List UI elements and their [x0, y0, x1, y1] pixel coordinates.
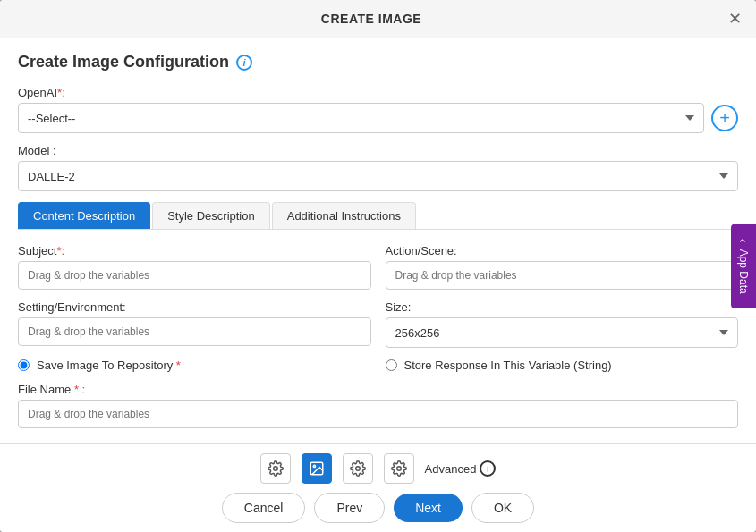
- modal-title: CREATE IMAGE: [14, 12, 728, 26]
- gear-icon-3[interactable]: [384, 453, 414, 484]
- modal-header: CREATE IMAGE ✕: [0, 0, 756, 38]
- tab-content-description[interactable]: Content Description: [18, 202, 150, 229]
- tab-additional-instructions[interactable]: Additional Instructions: [272, 202, 416, 229]
- info-icon[interactable]: i: [236, 55, 252, 71]
- model-select[interactable]: DALLE-2: [18, 161, 738, 191]
- setting-group: Setting/Environment:: [18, 300, 371, 348]
- tabs: Content Description Style Description Ad…: [18, 202, 738, 230]
- save-repo-label: Save Image To Repository *: [37, 359, 181, 372]
- openai-row: OpenAI*: --Select-- +: [18, 86, 738, 133]
- image-icon[interactable]: [302, 453, 332, 484]
- section-title: Create Image Configuration i: [18, 53, 738, 72]
- size-label: Size:: [386, 300, 739, 314]
- subject-input[interactable]: [18, 261, 371, 290]
- store-var-label: Store Response In This Variable (String): [404, 359, 612, 372]
- openai-select[interactable]: --Select--: [18, 103, 704, 133]
- size-select[interactable]: 256x256: [386, 317, 739, 348]
- chevron-left-icon: ‹: [736, 238, 751, 242]
- svg-point-0: [273, 467, 277, 471]
- add-openai-button[interactable]: +: [711, 105, 738, 131]
- svg-point-4: [396, 467, 401, 471]
- setting-label: Setting/Environment:: [18, 300, 371, 314]
- modal-footer: Advanced + Cancel Prev Next OK: [0, 443, 756, 532]
- close-button[interactable]: ✕: [728, 9, 742, 29]
- toolbar-row: Advanced +: [18, 453, 738, 484]
- save-store-row: Save Image To Repository * Store Respons…: [18, 359, 738, 372]
- cancel-button[interactable]: Cancel: [222, 493, 306, 523]
- svg-point-2: [313, 465, 315, 467]
- section-title-text: Create Image Configuration: [18, 53, 229, 72]
- tab-style-description[interactable]: Style Description: [152, 202, 270, 229]
- file-name-input[interactable]: [18, 400, 738, 428]
- app-data-label: App Data: [737, 249, 750, 294]
- advanced-plus-icon: +: [480, 460, 496, 477]
- action-row: Cancel Prev Next OK: [18, 493, 738, 523]
- save-repo-group: Save Image To Repository *: [18, 359, 371, 372]
- store-var-group: Store Response In This Variable (String): [386, 359, 739, 372]
- gear-icon-2[interactable]: [343, 453, 373, 484]
- gear-icon-1[interactable]: [260, 453, 291, 484]
- openai-label: OpenAI*:: [18, 86, 738, 99]
- save-repo-radio[interactable]: [18, 359, 30, 371]
- openai-select-row: --Select-- +: [18, 103, 738, 133]
- app-data-tab[interactable]: ‹ App Data: [731, 224, 756, 308]
- subject-group: Subject*:: [18, 244, 371, 290]
- next-button[interactable]: Next: [394, 494, 463, 522]
- file-name-group: File Name * :: [18, 383, 738, 428]
- svg-point-3: [355, 467, 360, 471]
- size-group: Size: 256x256: [386, 300, 739, 348]
- model-label: Model :: [18, 144, 738, 157]
- action-scene-label: Action/Scene:: [386, 244, 739, 258]
- model-row: Model : DALLE-2: [18, 144, 738, 191]
- ok-button[interactable]: OK: [471, 493, 534, 523]
- action-scene-input[interactable]: [386, 261, 739, 290]
- subject-label: Subject*:: [18, 244, 371, 258]
- modal-body: Create Image Configuration i OpenAI*: --…: [0, 38, 756, 443]
- modal-create-image: CREATE IMAGE ✕ Create Image Configuratio…: [0, 0, 756, 532]
- setting-size-row: Setting/Environment: Size: 256x256: [18, 300, 738, 359]
- advanced-label: Advanced: [425, 462, 477, 476]
- file-name-label: File Name * :: [18, 383, 738, 396]
- advanced-button[interactable]: Advanced +: [425, 460, 497, 477]
- action-scene-group: Action/Scene:: [386, 244, 739, 290]
- prev-button[interactable]: Prev: [314, 493, 385, 523]
- store-var-radio[interactable]: [386, 359, 397, 371]
- setting-input[interactable]: [18, 317, 371, 346]
- subject-action-row: Subject*: Action/Scene:: [18, 244, 738, 300]
